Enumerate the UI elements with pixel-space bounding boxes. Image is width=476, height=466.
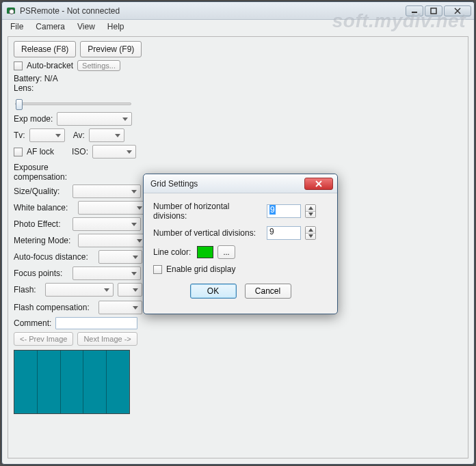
metering-combo[interactable] — [78, 234, 146, 247]
hdiv-input[interactable]: 9 — [267, 204, 301, 218]
grid-settings-dialog: Grid Settings Number of horizontal divis… — [143, 174, 338, 314]
expcomp-label: Exposure compensation: — [14, 163, 103, 182]
hdiv-label: Number of horizontal divisions: — [153, 202, 263, 221]
iso-label: ISO: — [72, 147, 88, 156]
expmode-label: Exp mode: — [14, 114, 53, 124]
ok-button[interactable]: OK — [190, 284, 237, 299]
prev-image-button[interactable]: <- Prev Image — [14, 332, 73, 346]
comment-input[interactable] — [55, 317, 137, 329]
hdiv-spinner[interactable] — [305, 204, 316, 218]
dialog-title: Grid Settings — [150, 179, 198, 189]
vdiv-spinner[interactable] — [305, 226, 316, 240]
window-title: PSRemote - Not connected — [20, 6, 120, 16]
preview-button[interactable]: Preview (F9) — [80, 41, 142, 57]
chevron-up-icon — [306, 205, 315, 212]
lens-status: Lens: — [14, 83, 462, 93]
tv-combo[interactable] — [29, 128, 65, 142]
app-icon — [6, 6, 17, 16]
autobracket-settings-button[interactable]: Settings... — [77, 60, 120, 71]
flashcomp-combo[interactable] — [98, 301, 142, 314]
sizequality-label: Size/Quality: — [14, 187, 68, 196]
afdistance-label: Auto-focus distance: — [14, 252, 94, 262]
battery-status: Battery: N/A — [14, 74, 462, 83]
linecolor-swatch — [197, 246, 213, 258]
flash-label: Flash: — [14, 285, 41, 294]
chevron-up-icon — [306, 227, 315, 234]
enable-grid-label: Enable grid display — [166, 264, 235, 274]
preview-thumbnail-strip — [14, 350, 130, 414]
autobracket-checkbox[interactable] — [14, 61, 23, 70]
whitebalance-label: White balance: — [14, 203, 74, 213]
iso-combo[interactable] — [92, 145, 136, 159]
release-button[interactable]: Release (F8) — [14, 41, 76, 57]
menu-help[interactable]: Help — [102, 20, 130, 33]
aflock-checkbox[interactable] — [14, 148, 23, 156]
flash-combo[interactable] — [45, 283, 114, 297]
chevron-down-icon — [306, 234, 315, 240]
focuspoints-label: Focus points: — [14, 269, 68, 278]
av-label: Av: — [73, 131, 85, 140]
svg-marker-6 — [308, 206, 313, 210]
flash-sub-combo[interactable] — [118, 283, 142, 297]
svg-marker-8 — [308, 228, 313, 232]
menu-camera[interactable]: Camera — [30, 20, 70, 33]
comment-label: Comment: — [14, 318, 51, 328]
cancel-button[interactable]: Cancel — [245, 284, 291, 299]
menu-view[interactable]: View — [72, 20, 101, 33]
photoeffect-label: Photo Effect: — [14, 219, 68, 229]
vdiv-input[interactable]: 9 — [267, 226, 301, 240]
watermark: soft.mydiv.net — [332, 10, 466, 32]
linecolor-browse-button[interactable]: ... — [217, 245, 235, 259]
menu-file[interactable]: File — [5, 20, 29, 33]
autobracket-label: Auto-bracket — [27, 61, 73, 70]
afdistance-combo[interactable] — [98, 250, 142, 264]
flashcomp-label: Flash compensation: — [14, 303, 94, 312]
expmode-combo[interactable] — [57, 112, 132, 126]
next-image-button[interactable]: Next Image -> — [77, 332, 137, 346]
sizequality-combo[interactable] — [72, 184, 141, 198]
zoom-slider[interactable] — [15, 102, 131, 105]
av-combo[interactable] — [89, 128, 124, 142]
chevron-down-icon — [306, 212, 315, 218]
metering-label: Metering Mode: — [14, 236, 74, 245]
svg-marker-9 — [308, 234, 313, 238]
whitebalance-combo[interactable] — [78, 201, 146, 215]
svg-marker-7 — [308, 213, 313, 216]
aflock-label: AF lock — [27, 147, 54, 156]
enable-grid-checkbox[interactable] — [153, 265, 162, 274]
zoom-slider-thumb[interactable] — [16, 99, 23, 110]
tv-label: Tv: — [14, 131, 25, 140]
dialog-titlebar[interactable]: Grid Settings — [144, 174, 337, 193]
focuspoints-combo[interactable] — [72, 266, 141, 280]
vdiv-label: Number of vertical divisions: — [153, 228, 263, 238]
photoeffect-combo[interactable] — [72, 217, 141, 231]
linecolor-label: Line color: — [153, 247, 193, 257]
dialog-close-button[interactable] — [304, 178, 333, 190]
